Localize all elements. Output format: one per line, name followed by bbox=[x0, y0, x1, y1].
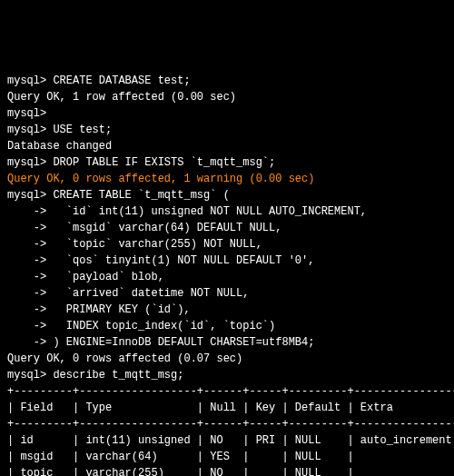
terminal-line: -> `id` int(11) unsigned NOT NULL AUTO_I… bbox=[7, 203, 447, 220]
terminal-line: -> `payload` blob, bbox=[7, 269, 447, 285]
terminal-line: Query OK, 1 row affected (0.00 sec) bbox=[7, 89, 447, 105]
terminal-line: mysql> DROP TABLE IF EXISTS `t_mqtt_msg`… bbox=[7, 154, 447, 171]
terminal-line: mysql> bbox=[7, 105, 447, 122]
terminal-line: -> `arrived` datetime NOT NULL, bbox=[7, 285, 447, 302]
terminal-line: +---------+------------------+------+---… bbox=[7, 383, 447, 400]
terminal-line: Database changed bbox=[7, 138, 447, 154]
terminal-line: -> `qos` tinyint(1) NOT NULL DEFAULT '0'… bbox=[7, 253, 447, 269]
terminal-line: -> `topic` varchar(255) NOT NULL, bbox=[7, 236, 447, 253]
terminal-line: -> ) ENGINE=InnoDB DEFAULT CHARSET=utf8M… bbox=[7, 334, 447, 351]
terminal-line: mysql> USE test; bbox=[7, 122, 447, 138]
terminal-line: | msgid | varchar(64) | YES | | NULL | | bbox=[7, 449, 447, 465]
terminal-line: mysql> CREATE DATABASE test; bbox=[7, 73, 447, 89]
terminal-line: | id | int(11) unsigned | NO | PRI | NUL… bbox=[7, 432, 447, 449]
terminal-line: +---------+------------------+------+---… bbox=[7, 416, 447, 432]
terminal-line: | Field | Type | Null | Key | Default | … bbox=[7, 400, 447, 416]
terminal-line: -> `msgid` varchar(64) DEFAULT NULL, bbox=[7, 220, 447, 236]
terminal-line: Query OK, 0 rows affected (0.07 sec) bbox=[7, 351, 447, 367]
terminal-line: Query OK, 0 rows affected, 1 warning (0.… bbox=[7, 171, 447, 187]
terminal-line: mysql> CREATE TABLE `t_mqtt_msg` ( bbox=[7, 187, 447, 203]
terminal-output: mysql> CREATE DATABASE test;Query OK, 1 … bbox=[7, 73, 447, 476]
terminal-line: | topic | varchar(255) | NO | | NULL | | bbox=[7, 465, 447, 476]
terminal-line: mysql> describe t_mqtt_msg; bbox=[7, 367, 447, 383]
terminal-line: -> INDEX topic_index(`id`, `topic`) bbox=[7, 318, 447, 334]
terminal-line: -> PRIMARY KEY (`id`), bbox=[7, 302, 447, 318]
